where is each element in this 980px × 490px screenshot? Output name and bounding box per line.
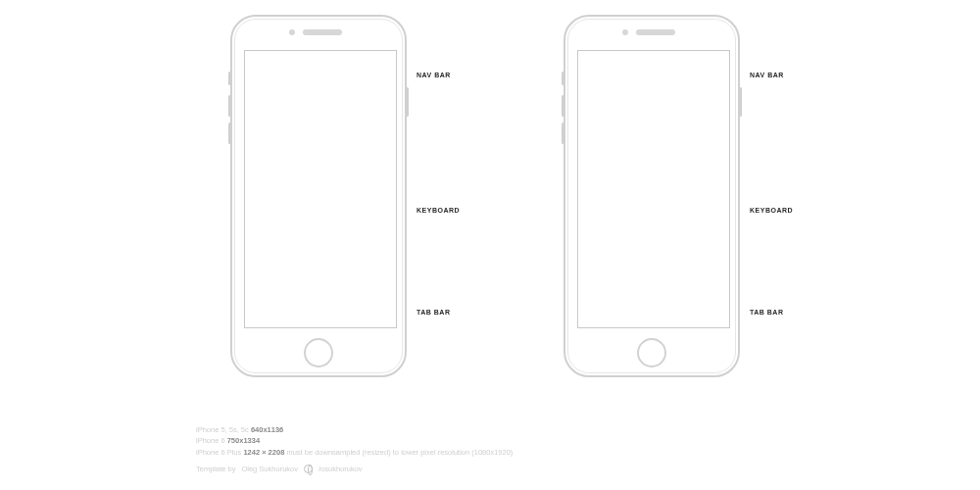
volume-down-button-icon (228, 122, 231, 144)
camera-icon (289, 29, 295, 35)
footer-block: iPhone 5, 5s, 5c 640x1136 iPhone 6 750x1… (196, 424, 513, 474)
mute-switch-icon (562, 72, 564, 85)
volume-up-button-icon (228, 95, 231, 117)
credit-handle: /osukhorukov (318, 464, 363, 474)
globe-icon (304, 465, 313, 473)
resolution-line-2: iPhone 6 750x1334 (196, 435, 513, 446)
speaker-icon (303, 29, 342, 35)
label-nav-bar: NAV BAR (416, 72, 451, 78)
device-label: iPhone 6 (196, 436, 225, 445)
volume-up-button-icon (562, 95, 564, 117)
home-button-icon (637, 338, 666, 368)
label-tab-bar: TAB BAR (750, 309, 783, 316)
device-resolution: 1242 × 2208 (243, 448, 284, 457)
template-page: NAV BAR KEYBOARD TAB BAR NAV BAR KEYBOAR… (0, 0, 980, 490)
resolution-line-3: iPhone 6 Plus 1242 × 2208 must be downsa… (196, 447, 513, 458)
label-tab-bar: TAB BAR (416, 309, 450, 316)
mute-switch-icon (228, 72, 231, 85)
resolution-line-1: iPhone 5, 5s, 5c 640x1136 (196, 424, 513, 435)
phone-frame (230, 15, 407, 377)
device-resolution: 640x1136 (251, 425, 283, 434)
credit-prefix: Template by (196, 464, 235, 474)
dotted-grid-screen (577, 50, 730, 328)
power-button-icon (739, 87, 742, 117)
phone-frame (564, 15, 740, 377)
camera-icon (622, 29, 628, 35)
device-resolution: 750x1334 (227, 436, 260, 445)
label-keyboard: KEYBOARD (750, 207, 793, 214)
device-label: iPhone 6 Plus (196, 448, 241, 457)
resolution-note: must be downsampled (resized) to lower p… (286, 448, 513, 457)
label-nav-bar: NAV BAR (750, 72, 784, 78)
power-button-icon (406, 87, 409, 117)
dotted-grid-screen (244, 50, 397, 328)
mockup-right: NAV BAR KEYBOARD TAB BAR (564, 15, 750, 426)
volume-down-button-icon (562, 122, 564, 144)
mockups-row: NAV BAR KEYBOARD TAB BAR NAV BAR KEYBOAR… (0, 15, 980, 426)
credit-author: Oleg Sukhorukov (241, 464, 298, 474)
mockup-left: NAV BAR KEYBOARD TAB BAR (230, 15, 416, 426)
home-button-icon (304, 338, 333, 368)
label-keyboard: KEYBOARD (416, 207, 460, 214)
credit-line: Template by Oleg Sukhorukov /osukhorukov (196, 464, 513, 474)
speaker-icon (636, 29, 675, 35)
device-label: iPhone 5, 5s, 5c (196, 425, 249, 434)
